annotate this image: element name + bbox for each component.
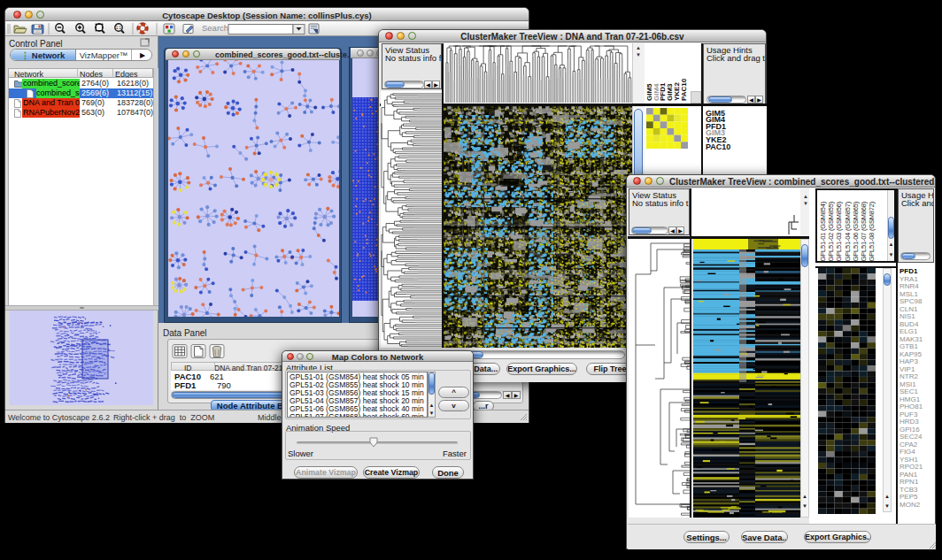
svg-text:Search:: Search: <box>202 23 231 33</box>
svg-text:1:1: 1:1 <box>116 26 122 30</box>
